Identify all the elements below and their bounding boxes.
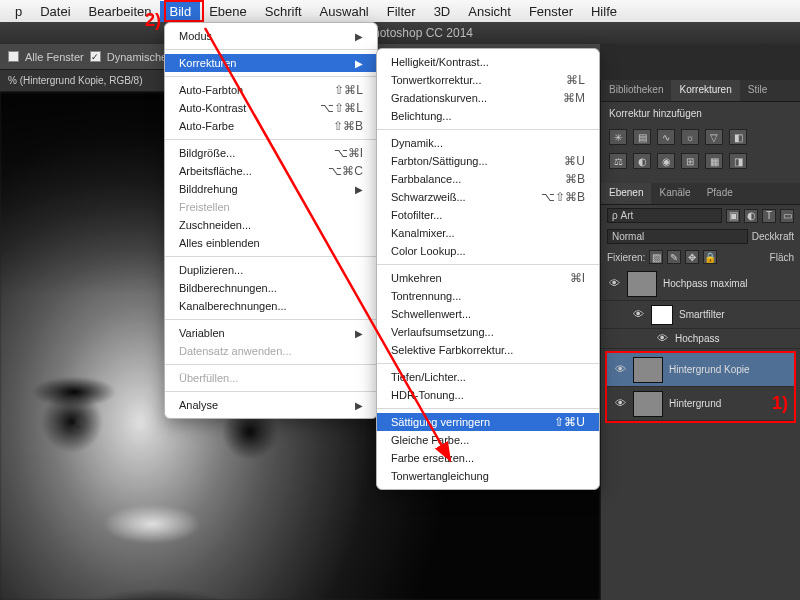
menu-app[interactable]: p bbox=[6, 1, 31, 22]
menu-hilfe[interactable]: Hilfe bbox=[582, 1, 626, 22]
korr-item-farbe-ersetzen[interactable]: Farbe ersetzen... bbox=[377, 449, 599, 467]
menu-item-label: Farbton/Sättigung... bbox=[391, 155, 546, 167]
bild-item-arbeitsfl-che[interactable]: Arbeitsfläche...⌥⌘C bbox=[165, 162, 377, 180]
lock-all-icon[interactable]: 🔒 bbox=[703, 250, 717, 264]
bild-item-auto-kontrast[interactable]: Auto-Kontrast⌥⇧⌘L bbox=[165, 99, 377, 117]
korr-item-farbbalance[interactable]: Farbbalance...⌘B bbox=[377, 170, 599, 188]
korr-item-umkehren[interactable]: Umkehren⌘I bbox=[377, 269, 599, 287]
photofilter-icon[interactable]: ◉ bbox=[657, 153, 675, 169]
menu-shortcut: ⌘M bbox=[563, 91, 585, 105]
hue-icon[interactable]: ◧ bbox=[729, 129, 747, 145]
menu-item-label: Tonwertkorrektur... bbox=[391, 74, 548, 86]
filter-image-icon[interactable]: ▣ bbox=[726, 209, 740, 223]
korr-item-s-ttigung-verringern[interactable]: Sättigung verringern⇧⌘U bbox=[377, 413, 599, 431]
korr-item-color-lookup[interactable]: Color Lookup... bbox=[377, 242, 599, 260]
bild-item-kanalberechnungen[interactable]: Kanalberechnungen... bbox=[165, 297, 377, 315]
bild-item-bildberechnungen[interactable]: Bildberechnungen... bbox=[165, 279, 377, 297]
menu-auswahl[interactable]: Auswahl bbox=[311, 1, 378, 22]
bild-item-modus[interactable]: Modus▶ bbox=[165, 27, 377, 45]
tab-korrekturen[interactable]: Korrekturen bbox=[671, 80, 739, 101]
checkbox-alle-fenster[interactable] bbox=[8, 51, 19, 62]
layer-hochpass-maximal[interactable]: 👁 Hochpass maximal bbox=[601, 267, 800, 301]
korr-item-hdr-tonung[interactable]: HDR-Tonung... bbox=[377, 386, 599, 404]
korr-item-selektive-farbkorrektur[interactable]: Selektive Farbkorrektur... bbox=[377, 341, 599, 359]
menu-filter[interactable]: Filter bbox=[378, 1, 425, 22]
bild-item-variablen[interactable]: Variablen▶ bbox=[165, 324, 377, 342]
korr-item-tontrennung[interactable]: Tontrennung... bbox=[377, 287, 599, 305]
korr-item-farbton-s-ttigung[interactable]: Farbton/Sättigung...⌘U bbox=[377, 152, 599, 170]
filter-shape-icon[interactable]: ▭ bbox=[780, 209, 794, 223]
vibrance-icon[interactable]: ▽ bbox=[705, 129, 723, 145]
bild-item-auto-farbe[interactable]: Auto-Farbe⇧⌘B bbox=[165, 117, 377, 135]
filter-adjust-icon[interactable]: ◐ bbox=[744, 209, 758, 223]
korr-item-gleiche-farbe[interactable]: Gleiche Farbe... bbox=[377, 431, 599, 449]
tab-stile[interactable]: Stile bbox=[740, 80, 775, 101]
menu-shortcut: ⌥⌘I bbox=[334, 146, 363, 160]
layer-hintergrund[interactable]: 👁 Hintergrund 1) bbox=[607, 387, 794, 421]
menu-item-label: Auto-Kontrast bbox=[179, 102, 302, 114]
korr-item-helligkeit-kontrast[interactable]: Helligkeit/Kontrast... bbox=[377, 53, 599, 71]
lock-transparency-icon[interactable]: ▧ bbox=[649, 250, 663, 264]
layer-hochpass-filter[interactable]: 👁 Hochpass bbox=[601, 329, 800, 349]
bw-icon[interactable]: ◐ bbox=[633, 153, 651, 169]
blend-mode[interactable]: Normal bbox=[607, 229, 748, 244]
menu-item-label: Umkehren bbox=[391, 272, 552, 284]
tab-kanaele[interactable]: Kanäle bbox=[651, 183, 698, 204]
menu-item-label: Farbe ersetzen... bbox=[391, 452, 585, 464]
korr-item-schwarzwei[interactable]: Schwarzweiß...⌥⇧⌘B bbox=[377, 188, 599, 206]
menu-fenster[interactable]: Fenster bbox=[520, 1, 582, 22]
menu-ebene[interactable]: Ebene bbox=[200, 1, 256, 22]
korr-item-tiefen-lichter[interactable]: Tiefen/Lichter... bbox=[377, 368, 599, 386]
korr-item-fotofilter[interactable]: Fotofilter... bbox=[377, 206, 599, 224]
invert-icon[interactable]: ◨ bbox=[729, 153, 747, 169]
right-panels: Bibliotheken Korrekturen Stile Korrektur… bbox=[600, 80, 800, 600]
bild-item-bilddrehung[interactable]: Bilddrehung▶ bbox=[165, 180, 377, 198]
mixer-icon[interactable]: ⊞ bbox=[681, 153, 699, 169]
lock-position-icon[interactable]: ✥ bbox=[685, 250, 699, 264]
bild-item-korrekturen[interactable]: Korrekturen▶ bbox=[165, 54, 377, 72]
menu-item-label: Zuschneiden... bbox=[179, 219, 363, 231]
bild-item-analyse[interactable]: Analyse▶ bbox=[165, 396, 377, 414]
korr-item-schwellenwert[interactable]: Schwellenwert... bbox=[377, 305, 599, 323]
layer-hintergrund-kopie[interactable]: 👁 Hintergrund Kopie bbox=[607, 353, 794, 387]
balance-icon[interactable]: ⚖ bbox=[609, 153, 627, 169]
eye-icon[interactable]: 👁 bbox=[631, 308, 645, 322]
menu-schrift[interactable]: Schrift bbox=[256, 1, 311, 22]
eye-icon[interactable]: 👁 bbox=[613, 397, 627, 411]
menu-item-label: Verlaufsumsetzung... bbox=[391, 326, 585, 338]
korr-item-belichtung[interactable]: Belichtung... bbox=[377, 107, 599, 125]
menu-datei[interactable]: Datei bbox=[31, 1, 79, 22]
bild-item-auto-farbton[interactable]: Auto-Farbton⇧⌘L bbox=[165, 81, 377, 99]
menu-3d[interactable]: 3D bbox=[425, 1, 460, 22]
eye-icon[interactable]: 👁 bbox=[607, 277, 621, 291]
bild-item-zuschneiden[interactable]: Zuschneiden... bbox=[165, 216, 377, 234]
korr-item-gradationskurven[interactable]: Gradationskurven...⌘M bbox=[377, 89, 599, 107]
korr-item-kanalmixer[interactable]: Kanalmixer... bbox=[377, 224, 599, 242]
bild-item-alles-einblenden[interactable]: Alles einblenden bbox=[165, 234, 377, 252]
lookup-icon[interactable]: ▦ bbox=[705, 153, 723, 169]
submenu-arrow-icon: ▶ bbox=[355, 400, 363, 411]
eye-icon[interactable]: 👁 bbox=[613, 363, 627, 377]
tab-ebenen[interactable]: Ebenen bbox=[601, 183, 651, 204]
checkbox-dynamischer[interactable]: ✓ bbox=[90, 51, 101, 62]
lock-pixels-icon[interactable]: ✎ bbox=[667, 250, 681, 264]
menu-ansicht[interactable]: Ansicht bbox=[459, 1, 520, 22]
tab-pfade[interactable]: Pfade bbox=[699, 183, 741, 204]
curves-icon[interactable]: ∿ bbox=[657, 129, 675, 145]
layer-smartfilter[interactable]: 👁 Smartfilter bbox=[601, 301, 800, 329]
bild-item-bildgr-e[interactable]: Bildgröße...⌥⌘I bbox=[165, 144, 377, 162]
levels-icon[interactable]: ▤ bbox=[633, 129, 651, 145]
tab-bibliotheken[interactable]: Bibliotheken bbox=[601, 80, 671, 101]
brightness-icon[interactable]: ✳ bbox=[609, 129, 627, 145]
layer-kind-filter[interactable]: ρ Art bbox=[607, 208, 722, 223]
bild-item-duplizieren[interactable]: Duplizieren... bbox=[165, 261, 377, 279]
filter-type-icon[interactable]: T bbox=[762, 209, 776, 223]
korr-item-verlaufsumsetzung[interactable]: Verlaufsumsetzung... bbox=[377, 323, 599, 341]
eye-icon[interactable]: 👁 bbox=[655, 332, 669, 346]
korr-item-tonwertangleichung[interactable]: Tonwertangleichung bbox=[377, 467, 599, 485]
menu-bearbeiten[interactable]: Bearbeiten bbox=[80, 1, 161, 22]
korr-item-dynamik[interactable]: Dynamik... bbox=[377, 134, 599, 152]
exposure-icon[interactable]: ☼ bbox=[681, 129, 699, 145]
lock-label: Fixieren: bbox=[607, 252, 645, 263]
korr-item-tonwertkorrektur[interactable]: Tonwertkorrektur...⌘L bbox=[377, 71, 599, 89]
